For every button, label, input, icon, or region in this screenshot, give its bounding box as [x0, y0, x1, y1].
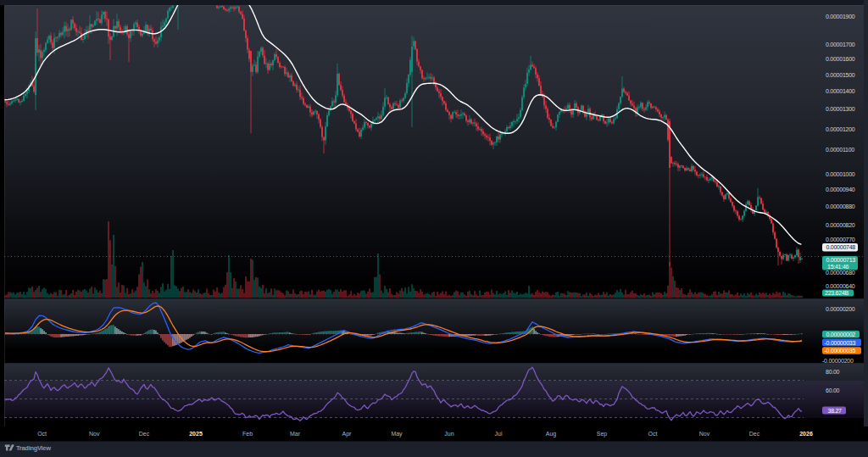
svg-text:0.00000002: 0.00000002: [826, 332, 856, 337]
svg-text:0.00001400: 0.00001400: [826, 88, 855, 94]
svg-text:Nov: Nov: [89, 431, 100, 437]
svg-text:Feb: Feb: [242, 431, 253, 437]
svg-text:Apr: Apr: [342, 431, 353, 437]
svg-text:2026: 2026: [799, 431, 813, 437]
svg-text:60.00: 60.00: [826, 387, 840, 393]
svg-text:0.00000680: 0.00000680: [826, 270, 855, 276]
svg-text:0.00001500: 0.00001500: [826, 72, 855, 78]
svg-text:Nov: Nov: [699, 431, 710, 437]
svg-text:0.00000640: 0.00000640: [826, 283, 855, 289]
svg-text:May: May: [391, 431, 403, 437]
svg-text:Dec: Dec: [749, 431, 760, 437]
svg-text:0.00001600: 0.00001600: [826, 56, 855, 62]
svg-text:0.00001900: 0.00001900: [826, 14, 855, 20]
svg-text:-0.00000200: -0.00000200: [822, 358, 854, 364]
svg-text:38.27: 38.27: [828, 408, 843, 414]
svg-text:Jun: Jun: [444, 431, 453, 437]
svg-text:2025: 2025: [189, 431, 203, 437]
svg-text:0.00001200: 0.00001200: [826, 126, 855, 132]
svg-text:-0.00000033: -0.00000033: [825, 340, 856, 346]
svg-text:0.00000770: 0.00000770: [826, 237, 855, 242]
svg-text:-0.00000035: -0.00000035: [825, 348, 856, 354]
svg-text:0.00000713: 0.00000713: [826, 257, 856, 263]
svg-text:0.00000748: 0.00000748: [826, 244, 856, 250]
svg-text:Aug: Aug: [546, 431, 557, 437]
svg-text:0.00000200: 0.00000200: [826, 306, 855, 312]
svg-text:Jul: Jul: [495, 431, 503, 437]
svg-text:0.00001300: 0.00001300: [826, 106, 855, 112]
svg-text:0.00001000: 0.00001000: [826, 171, 855, 177]
svg-text:15:41:46: 15:41:46: [827, 264, 849, 270]
svg-text:TradingView: TradingView: [16, 444, 51, 452]
svg-text:Oct: Oct: [648, 431, 658, 437]
svg-text:80.00: 80.00: [826, 369, 840, 375]
svg-text:0.00001700: 0.00001700: [826, 42, 855, 47]
svg-text:Oct: Oct: [37, 431, 47, 437]
svg-text:223.624B: 223.624B: [825, 290, 849, 296]
svg-text:0.00000880: 0.00000880: [826, 203, 855, 209]
svg-text:0.00000820: 0.00000820: [826, 222, 855, 228]
svg-text:Mar: Mar: [290, 431, 301, 437]
svg-text:0.00000940: 0.00000940: [826, 187, 855, 192]
svg-text:Dec: Dec: [139, 431, 150, 437]
svg-text:0.00001100: 0.00001100: [826, 147, 854, 153]
svg-text:Sep: Sep: [597, 431, 608, 437]
